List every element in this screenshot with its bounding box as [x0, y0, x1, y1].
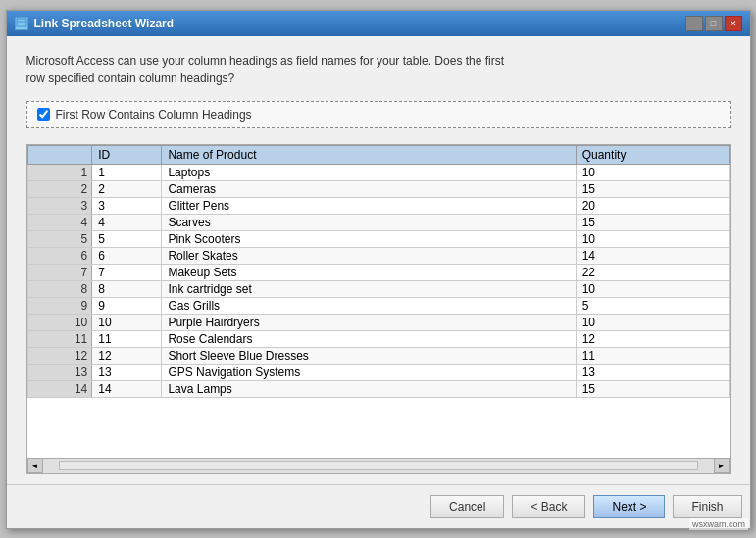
scroll-h-track[interactable]	[59, 461, 698, 470]
cell-qty: 10	[576, 164, 729, 180]
wizard-content: Microsoft Access can use your column hea…	[7, 36, 750, 484]
cell-id: 14	[92, 380, 162, 397]
title-controls: ─ □ ✕	[685, 16, 742, 31]
cell-name: Pink Scooters	[162, 230, 576, 247]
minimize-button[interactable]: ─	[685, 16, 703, 31]
cell-id: 4	[92, 214, 162, 230]
cell-qty: 10	[576, 314, 729, 330]
wizard-footer: Cancel < Back Next > Finish	[7, 484, 750, 528]
scroll-left-btn[interactable]: ◄	[27, 458, 43, 473]
cell-name: Ink cartridge set	[162, 280, 576, 297]
cell-rownum: 5	[27, 230, 92, 247]
table-row: 4 4 Scarves 15	[27, 214, 729, 230]
cell-qty: 5	[576, 297, 729, 314]
cell-rownum: 10	[27, 314, 92, 330]
cell-name: Gas Grills	[162, 297, 576, 314]
cell-id: 3	[92, 197, 162, 214]
scroll-right-btn[interactable]: ►	[714, 458, 730, 473]
cell-qty: 13	[576, 364, 729, 380]
cell-id: 11	[92, 330, 162, 347]
table-row: 5 5 Pink Scooters 10	[27, 230, 729, 247]
description-line2: row specified contain column headings?	[26, 72, 235, 85]
window-title: Link Spreadsheet Wizard	[34, 17, 175, 30]
cell-rownum: 8	[27, 280, 92, 297]
main-window: Link Spreadsheet Wizard ─ □ ✕ Microsoft …	[6, 10, 751, 529]
data-table: ID Name of Product Quantity 1 1 Laptops …	[27, 145, 730, 398]
cell-qty: 22	[576, 264, 729, 280]
cell-rownum: 14	[27, 380, 92, 397]
cell-id: 8	[92, 280, 162, 297]
cell-qty: 15	[576, 214, 729, 230]
table-row: 3 3 Glitter Pens 20	[27, 197, 729, 214]
cell-qty: 10	[576, 280, 729, 297]
table-header-row: ID Name of Product Quantity	[27, 145, 729, 164]
cell-rownum: 11	[27, 330, 92, 347]
cell-name: Scarves	[162, 214, 576, 230]
cell-rownum: 2	[27, 180, 92, 197]
cell-name: Makeup Sets	[162, 264, 576, 280]
wizard-description: Microsoft Access can use your column hea…	[26, 52, 731, 87]
close-button[interactable]: ✕	[725, 16, 742, 31]
cell-rownum: 7	[27, 264, 92, 280]
cell-name: Lava Lamps	[162, 380, 576, 397]
finish-button[interactable]: Finish	[673, 495, 741, 518]
cell-id: 13	[92, 364, 162, 380]
cell-rownum: 1	[27, 164, 92, 180]
col-header-qty: Quantity	[576, 145, 729, 164]
cell-name: GPS Navigation Systems	[162, 364, 576, 380]
title-bar: Link Spreadsheet Wizard ─ □ ✕	[7, 11, 750, 36]
cell-name: Cameras	[162, 180, 576, 197]
cell-qty: 15	[576, 180, 729, 197]
table-row: 7 7 Makeup Sets 22	[27, 264, 729, 280]
cell-rownum: 6	[27, 247, 92, 264]
first-row-checkbox[interactable]	[37, 108, 50, 121]
table-row: 8 8 Ink cartridge set 10	[27, 280, 729, 297]
data-table-container: ID Name of Product Quantity 1 1 Laptops …	[26, 144, 731, 474]
next-button[interactable]: Next >	[593, 495, 665, 518]
horizontal-scrollbar[interactable]: ◄ ►	[27, 458, 730, 473]
cancel-button[interactable]: Cancel	[430, 495, 504, 518]
table-scroll-area[interactable]: ID Name of Product Quantity 1 1 Laptops …	[27, 145, 730, 458]
maximize-button[interactable]: □	[705, 16, 723, 31]
description-line1: Microsoft Access can use your column hea…	[26, 54, 505, 68]
table-row: 9 9 Gas Grills 5	[27, 297, 729, 314]
cell-name: Short Sleeve Blue Dresses	[162, 347, 576, 364]
table-row: 12 12 Short Sleeve Blue Dresses 11	[27, 347, 729, 364]
table-row: 1 1 Laptops 10	[27, 164, 729, 180]
cell-name: Laptops	[162, 164, 576, 180]
cell-id: 1	[92, 164, 162, 180]
cell-id: 6	[92, 247, 162, 264]
cell-id: 12	[92, 347, 162, 364]
table-row: 13 13 GPS Navigation Systems 13	[27, 364, 729, 380]
cell-id: 5	[92, 230, 162, 247]
cell-rownum: 3	[27, 197, 92, 214]
col-header-name: Name of Product	[162, 145, 576, 164]
cell-rownum: 12	[27, 347, 92, 364]
cell-name: Purple Hairdryers	[162, 314, 576, 330]
cell-qty: 15	[576, 380, 729, 397]
cell-qty: 11	[576, 347, 729, 364]
table-row: 11 11 Rose Calendars 12	[27, 330, 729, 347]
cell-id: 7	[92, 264, 162, 280]
checkbox-label: First Row Contains Column Headings	[56, 108, 252, 122]
checkbox-container: First Row Contains Column Headings	[26, 101, 731, 128]
cell-qty: 20	[576, 197, 729, 214]
cell-name: Rose Calendars	[162, 330, 576, 347]
cell-id: 2	[92, 180, 162, 197]
col-header-rownum	[27, 145, 92, 164]
cell-id: 9	[92, 297, 162, 314]
title-bar-left: Link Spreadsheet Wizard	[15, 17, 175, 30]
table-row: 6 6 Roller Skates 14	[27, 247, 729, 264]
back-button[interactable]: < Back	[512, 495, 585, 518]
window-icon	[15, 17, 28, 30]
col-header-id: ID	[92, 145, 162, 164]
cell-qty: 10	[576, 230, 729, 247]
cell-qty: 12	[576, 330, 729, 347]
svg-rect-0	[17, 19, 26, 26]
watermark: wsxwam.com	[689, 518, 748, 530]
cell-rownum: 4	[27, 214, 92, 230]
cell-name: Roller Skates	[162, 247, 576, 264]
table-row: 14 14 Lava Lamps 15	[27, 380, 729, 397]
cell-qty: 14	[576, 247, 729, 264]
cell-id: 10	[92, 314, 162, 330]
